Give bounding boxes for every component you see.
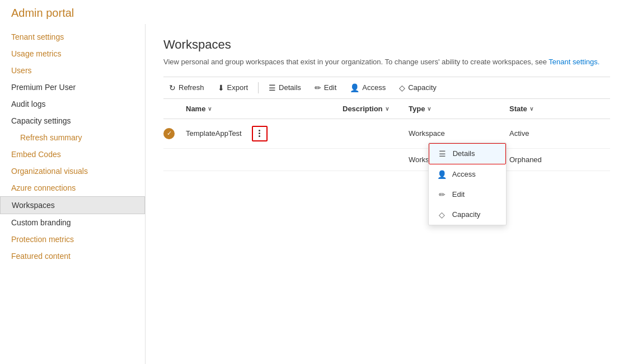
export-icon: ⬇: [218, 83, 224, 92]
access-icon: 👤: [350, 83, 359, 92]
col-state[interactable]: State ∨: [509, 105, 610, 113]
col-checkbox: [163, 105, 186, 113]
workspaces-table: Name ∨ Description ∨ Type ∨ State ∨: [163, 99, 610, 171]
state-sort-icon: ∨: [529, 106, 533, 112]
col-type[interactable]: Type ∨: [409, 105, 509, 113]
context-menu-access[interactable]: 👤 Access: [429, 164, 506, 185]
content-area: Workspaces View personal and group works…: [146, 24, 628, 364]
toolbar-divider: [258, 82, 259, 93]
table-row: Workspace Orphaned: [163, 149, 610, 171]
details-button[interactable]: ☰ Details: [263, 81, 307, 95]
sidebar-item-usage-metrics[interactable]: Usage metrics: [0, 45, 145, 62]
name-sort-icon: ∨: [208, 106, 212, 112]
tenant-settings-link[interactable]: Tenant settings.: [549, 58, 599, 66]
edit-button[interactable]: ✏ Edit: [309, 81, 342, 95]
refresh-button[interactable]: ↻ Refresh: [163, 81, 210, 95]
sidebar-item-protection-metrics[interactable]: Protection metrics: [0, 231, 145, 248]
refresh-icon: ↻: [169, 83, 176, 92]
context-menu-capacity[interactable]: ◇ Capacity: [429, 205, 506, 225]
sidebar-item-organizational-visuals[interactable]: Organizational visuals: [0, 163, 145, 179]
row1-icon-cell: ✓: [163, 128, 186, 139]
sidebar-item-custom-branding[interactable]: Custom branding: [0, 214, 145, 231]
type-sort-icon: ∨: [427, 106, 431, 112]
sidebar-item-workspaces[interactable]: Workspaces: [0, 196, 145, 214]
row1-type-cell: Workspace: [409, 129, 509, 138]
app-header: Admin portal: [0, 0, 628, 24]
edit-icon: ✏: [315, 83, 321, 92]
row2-state-cell: Orphaned: [509, 155, 610, 164]
export-button[interactable]: ⬇ Export: [212, 81, 254, 95]
sidebar-item-refresh-summary[interactable]: Refresh summary: [0, 129, 145, 146]
desc-sort-icon: ∨: [385, 106, 389, 112]
capacity-icon: ◇: [399, 83, 405, 92]
edit-menu-icon: ✏: [438, 190, 447, 199]
context-menu-details[interactable]: ☰ Details: [429, 143, 506, 164]
sidebar-item-tenant-settings[interactable]: Tenant settings: [0, 29, 145, 45]
sidebar-item-azure-connections[interactable]: Azure connections: [0, 179, 145, 196]
sidebar-item-audit-logs[interactable]: Audit logs: [0, 96, 145, 112]
capacity-button[interactable]: ◇ Capacity: [393, 81, 442, 95]
sidebar-item-featured-content[interactable]: Featured content: [0, 248, 145, 264]
context-menu-edit[interactable]: ✏ Edit: [429, 185, 506, 205]
access-menu-icon: 👤: [438, 170, 447, 179]
row1-name-cell: TemplateAppTest ☰ Details: [186, 126, 343, 141]
page-title: Workspaces: [163, 37, 610, 52]
table-row: ✓ TemplateAppTest ☰: [163, 119, 610, 149]
details-icon: ☰: [269, 83, 276, 92]
access-button[interactable]: 👤 Access: [344, 81, 391, 95]
row1-state-cell: Active: [509, 129, 610, 138]
sidebar: Tenant settings Usage metrics Users Prem…: [0, 24, 146, 364]
sidebar-item-premium-per-user[interactable]: Premium Per User: [0, 79, 145, 96]
page-description: View personal and group workspaces that …: [163, 56, 610, 68]
toolbar: ↻ Refresh ⬇ Export ☰ Details ✏ Edit 👤 Ac…: [163, 77, 610, 99]
main-layout: Tenant settings Usage metrics Users Prem…: [0, 24, 628, 364]
app-title: Admin portal: [11, 7, 74, 19]
capacity-menu-icon: ◇: [438, 210, 447, 219]
sidebar-item-embed-codes[interactable]: Embed Codes: [0, 146, 145, 163]
workspace-status-icon: ✓: [163, 128, 175, 139]
table-header: Name ∨ Description ∨ Type ∨ State ∨: [163, 99, 610, 119]
row-more-button[interactable]: [252, 126, 268, 141]
details-menu-icon: ☰: [438, 149, 447, 158]
context-menu: ☰ Details 👤 Access ✏ Edit: [428, 143, 507, 225]
sidebar-item-capacity-settings[interactable]: Capacity settings: [0, 112, 145, 129]
sidebar-item-users[interactable]: Users: [0, 62, 145, 79]
col-description[interactable]: Description ∨: [343, 105, 409, 113]
col-name[interactable]: Name ∨: [186, 105, 343, 113]
